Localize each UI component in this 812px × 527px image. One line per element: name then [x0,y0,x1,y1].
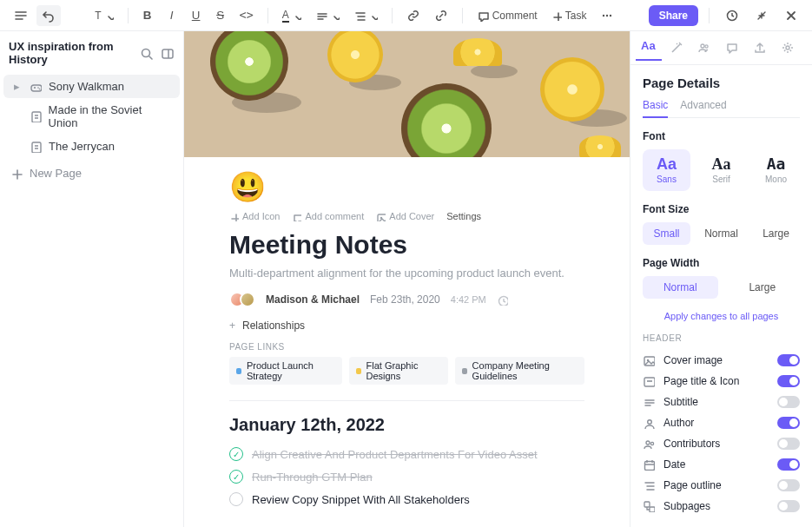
toggle-switch[interactable] [777,354,800,366]
row-label: Page outline [663,479,770,491]
close-button[interactable] [779,5,803,26]
row-label: Contributors [663,438,770,450]
sidebar-item[interactable]: Made in the Soviet Union [3,98,180,135]
header-option-row: Author [643,412,800,433]
page-icon [30,110,42,122]
date-text: Feb 23th, 2020 [370,293,440,306]
workspace-title: UX inspiration from History [9,40,133,66]
relationships-row[interactable]: +Relationships [229,319,584,332]
page-link-chip[interactable]: Flat Graphic Designs [349,357,448,385]
panel-tab-settings[interactable] [775,35,801,61]
page-emoji[interactable]: 😃 [229,169,584,204]
header-option-row: Contributors [643,433,800,454]
link-button[interactable] [401,5,426,26]
history-button[interactable] [720,5,744,26]
page-width-option[interactable]: Normal [643,276,718,299]
toggle-switch[interactable] [777,438,800,450]
todo-item[interactable]: ✓Run-Through GTM Plan [229,470,584,484]
toggle-switch[interactable] [777,417,800,429]
panel-tab-people[interactable] [691,35,717,61]
avatar [240,292,255,307]
row-icon [643,458,657,471]
subtab-advanced[interactable]: Advanced [680,99,726,117]
font-option-mono[interactable]: AaMono [752,149,800,191]
page-link-chip[interactable]: Company Meeting Guidelines [455,357,584,385]
todo-text: Align Creative And Product Departments F… [252,448,538,461]
sidebar-item[interactable]: ▸Sony Walkman [3,75,180,98]
font-option-serif[interactable]: AaSerif [697,149,745,191]
font-size-option[interactable]: Large [752,222,800,245]
toggle-switch[interactable] [777,375,800,387]
chip-dot [236,368,241,374]
header-option-row: Page outline [643,475,800,496]
font-size-option[interactable]: Small [643,222,690,245]
row-icon [643,479,657,491]
comment-button[interactable]: Comment [472,5,543,26]
page-title[interactable]: Meeting Notes [229,230,584,260]
sidebar-panel-icon[interactable] [159,45,175,61]
underline-button[interactable]: U [186,5,207,26]
add-icon-button[interactable]: Add Icon [229,211,280,221]
sidebar-search-icon[interactable] [138,45,154,61]
collapse-button[interactable] [749,5,774,26]
left-sidebar: UX inspiration from History ▸Sony Walkma… [0,31,184,527]
page-list: ▸Sony WalkmanMade in the Soviet UnionThe… [0,71,183,161]
list-button[interactable] [348,5,383,26]
toggle-switch[interactable] [777,479,800,491]
row-icon [643,438,657,450]
sidebar-item-label: Sony Walkman [49,80,124,93]
new-page-button[interactable]: New Page [0,161,183,185]
page-width-option[interactable]: Large [725,276,801,299]
divider [229,400,584,401]
section-heading[interactable]: January 12th, 2022 [229,415,584,435]
subtab-basic[interactable]: Basic [643,99,668,118]
panel-tab-comments[interactable] [719,35,745,61]
checkbox-icon[interactable]: ✓ [229,447,243,461]
time-text: 4:42 PM [451,294,486,305]
share-button[interactable]: Share [649,5,698,26]
chip-label: Product Launch Strategy [247,360,335,381]
sidebar-item[interactable]: The Jerrycan [3,135,180,158]
strike-button[interactable]: S [210,5,231,26]
sidebar-item-label: Made in the Soviet Union [49,103,169,129]
font-size-option[interactable]: Normal [697,222,745,245]
caret-icon: ▸ [14,80,23,93]
page-subtitle[interactable]: Multi-department alignment for the upcom… [229,267,584,280]
code-button[interactable]: <> [234,5,259,26]
apply-all-link[interactable]: Apply changes to all pages [643,311,800,321]
header-option-row: Cover image [643,350,800,371]
italic-button[interactable]: I [162,5,182,26]
cover-image[interactable] [184,31,630,157]
add-cover-button[interactable]: Add Cover [376,211,434,221]
header-option-row: Subpages [643,496,800,517]
panel-tab-text[interactable] [636,35,662,61]
row-icon [643,375,657,387]
checkbox-icon[interactable] [229,492,243,506]
text-style-button[interactable]: T [89,5,118,26]
unlink-button[interactable] [429,5,453,26]
toggle-switch[interactable] [777,458,800,471]
header-option-row: Subtitle [643,392,800,412]
task-button[interactable]: Task [546,5,592,26]
align-button[interactable] [310,5,345,26]
row-icon [643,396,657,408]
panel-tab-style[interactable] [663,35,690,61]
toggle-switch[interactable] [777,500,800,512]
bold-button[interactable]: B [137,5,158,26]
add-comment-button[interactable]: Add comment [292,211,364,221]
settings-button[interactable]: Settings [446,211,481,221]
undo-button[interactable] [36,5,61,26]
menu-button[interactable] [9,5,33,26]
more-button[interactable] [595,5,619,26]
chip-label: Flat Graphic Designs [366,360,441,381]
checkbox-icon[interactable]: ✓ [229,470,243,484]
text-color-button[interactable]: A [277,5,307,26]
todo-item[interactable]: Review Copy Snippet With All Stakeholder… [229,492,584,506]
toggle-switch[interactable] [777,396,800,408]
author-avatars[interactable] [229,292,255,307]
font-option-sans[interactable]: AaSans [643,149,690,191]
page-link-chip[interactable]: Product Launch Strategy [229,357,342,385]
panel-tab-export[interactable] [747,35,773,61]
page-details-panel: Page Details Basic Advanced Font AaSansA… [630,31,812,527]
todo-item[interactable]: ✓Align Creative And Product Departments … [229,447,584,461]
